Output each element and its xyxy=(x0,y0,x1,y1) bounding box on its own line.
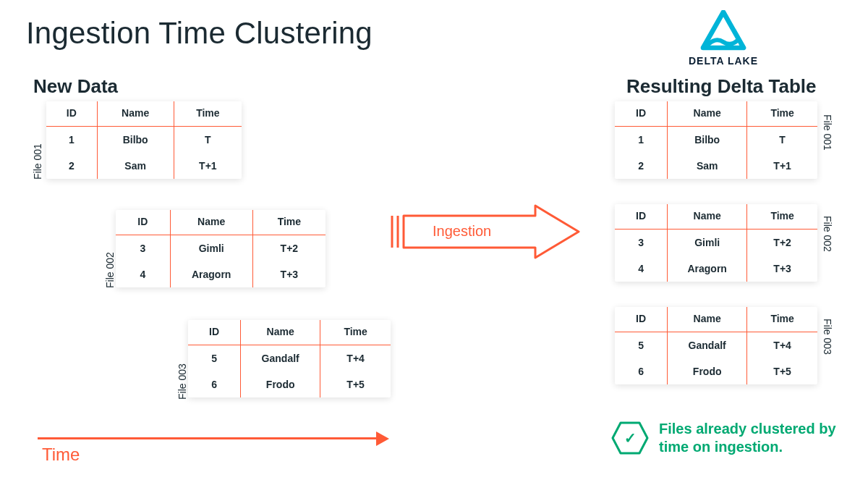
check-icon: ✓ xyxy=(611,421,649,455)
cell-name: Aragorn xyxy=(170,261,252,287)
table-row: 6 Frodo T+5 xyxy=(615,358,817,384)
cell-name: Sam xyxy=(668,153,747,179)
col-name: Name xyxy=(668,307,747,332)
table-row: 5 Gandalf T+4 xyxy=(615,332,817,359)
cell-name: Gandalf xyxy=(241,345,320,372)
table: ID Name Time 3 Gimli T+2 4 Aragorn T+3 xyxy=(116,210,326,287)
table-row: 3 Gimli T+2 xyxy=(615,230,817,256)
col-name: Name xyxy=(668,204,747,230)
delta-lake-logo: DELTA LAKE xyxy=(680,10,767,67)
cell-id: 2 xyxy=(615,153,668,179)
col-id: ID xyxy=(116,210,170,235)
time-axis-line xyxy=(38,437,378,439)
cell-name: Bilbo xyxy=(668,127,747,153)
cell-name: Bilbo xyxy=(97,127,174,153)
col-name: Name xyxy=(170,210,252,235)
cell-time: T+1 xyxy=(747,153,817,179)
col-time: Time xyxy=(747,204,817,230)
cell-id: 2 xyxy=(46,153,97,179)
cell-id: 4 xyxy=(615,256,668,282)
time-axis-label: Time xyxy=(42,445,80,465)
col-time: Time xyxy=(252,210,326,235)
file-label-right-3: File 003 xyxy=(822,319,833,355)
table: ID Name Time 1 Bilbo T 2 Sam T+1 xyxy=(46,101,242,179)
cell-time: T+2 xyxy=(747,230,817,256)
table-row: 1 Bilbo T xyxy=(46,127,242,153)
clustered-badge-text: Files already clustered by time on inges… xyxy=(659,420,861,456)
file-label-left-3: File 003 xyxy=(176,363,188,400)
cell-time: T xyxy=(747,127,817,153)
ingestion-arrow: Ingestion xyxy=(391,203,586,261)
file-label-left-1: File 001 xyxy=(32,143,43,180)
cell-time: T+1 xyxy=(174,153,242,179)
col-id: ID xyxy=(46,101,97,127)
cell-name: Aragorn xyxy=(668,256,747,282)
ingestion-arrow-label: Ingestion xyxy=(433,223,491,240)
cell-id: 1 xyxy=(615,127,668,153)
hexagon-check-icon: ✓ xyxy=(611,421,649,455)
cell-name: Gandalf xyxy=(668,332,747,359)
new-data-heading: New Data xyxy=(33,75,118,98)
delta-lake-logo-label: DELTA LAKE xyxy=(680,55,767,67)
col-time: Time xyxy=(174,101,242,127)
col-name: Name xyxy=(241,320,320,345)
col-id: ID xyxy=(615,307,668,332)
delta-lake-triangle-icon xyxy=(698,10,749,54)
cell-time: T+5 xyxy=(747,358,817,384)
file-label-right-2: File 002 xyxy=(822,216,833,252)
arrow-right-icon xyxy=(376,431,389,446)
col-time: Time xyxy=(747,307,817,332)
cell-id: 5 xyxy=(188,345,241,372)
cell-time: T+4 xyxy=(747,332,817,359)
new-data-file-2: ID Name Time 3 Gimli T+2 4 Aragorn T+3 xyxy=(116,210,326,287)
table: ID Name Time 5 Gandalf T+4 6 Frodo T+5 xyxy=(188,320,391,397)
table-row: 4 Aragorn T+3 xyxy=(116,261,326,287)
cell-name: Sam xyxy=(97,153,174,179)
cell-id: 6 xyxy=(615,358,668,384)
cell-name: Frodo xyxy=(668,358,747,384)
new-data-file-1: ID Name Time 1 Bilbo T 2 Sam T+1 xyxy=(46,101,242,179)
cell-id: 5 xyxy=(615,332,668,359)
result-file-2: ID Name Time 3 Gimli T+2 4 Aragorn T+3 xyxy=(615,204,817,282)
table-row: 3 Gimli T+2 xyxy=(116,235,326,262)
table: ID Name Time 3 Gimli T+2 4 Aragorn T+3 xyxy=(615,204,817,282)
table: ID Name Time 5 Gandalf T+4 6 Frodo T+5 xyxy=(615,307,817,384)
cell-name: Gimli xyxy=(668,230,747,256)
col-time: Time xyxy=(320,320,391,345)
cell-time: T+3 xyxy=(252,261,326,287)
cell-id: 3 xyxy=(116,235,170,262)
resulting-table-heading: Resulting Delta Table xyxy=(626,75,816,98)
cell-name: Gimli xyxy=(170,235,252,262)
table-row: 6 Frodo T+5 xyxy=(188,371,391,397)
cell-time: T+2 xyxy=(252,235,326,262)
new-data-file-3: ID Name Time 5 Gandalf T+4 6 Frodo T+5 xyxy=(188,320,391,397)
table-row: 4 Aragorn T+3 xyxy=(615,256,817,282)
file-label-left-2: File 002 xyxy=(104,252,116,288)
clustered-badge: ✓ Files already clustered by time on ing… xyxy=(611,420,861,456)
table-row: 1 Bilbo T xyxy=(615,127,817,153)
time-axis: Time xyxy=(38,427,399,463)
cell-time: T+4 xyxy=(320,345,391,372)
cell-name: Frodo xyxy=(241,371,320,397)
cell-time: T+3 xyxy=(747,256,817,282)
col-name: Name xyxy=(97,101,174,127)
table-row: 2 Sam T+1 xyxy=(615,153,817,179)
col-id: ID xyxy=(615,204,668,230)
col-id: ID xyxy=(188,320,241,345)
page-title: Ingestion Time Clustering xyxy=(26,16,373,51)
cell-id: 4 xyxy=(116,261,170,287)
cell-time: T xyxy=(174,127,242,153)
cell-id: 3 xyxy=(615,230,668,256)
table: ID Name Time 1 Bilbo T 2 Sam T+1 xyxy=(615,101,817,179)
cell-id: 6 xyxy=(188,371,241,397)
col-id: ID xyxy=(615,101,668,127)
cell-id: 1 xyxy=(46,127,97,153)
table-row: 5 Gandalf T+4 xyxy=(188,345,391,372)
col-name: Name xyxy=(668,101,747,127)
result-file-1: ID Name Time 1 Bilbo T 2 Sam T+1 xyxy=(615,101,817,179)
table-row: 2 Sam T+1 xyxy=(46,153,242,179)
result-file-3: ID Name Time 5 Gandalf T+4 6 Frodo T+5 xyxy=(615,307,817,384)
col-time: Time xyxy=(747,101,817,127)
file-label-right-1: File 001 xyxy=(822,114,833,151)
cell-time: T+5 xyxy=(320,371,391,397)
